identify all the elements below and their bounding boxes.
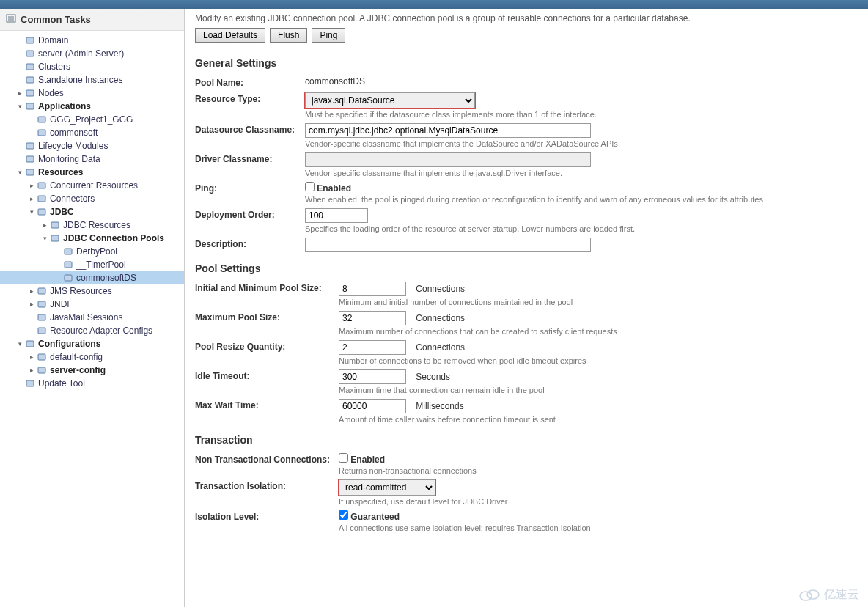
twisty-icon[interactable]: ▸ — [41, 221, 48, 229]
tree-item[interactable]: ▾JDBC — [0, 205, 184, 218]
idle-timeout-input[interactable] — [339, 369, 406, 384]
twisty-icon[interactable] — [16, 380, 23, 387]
twisty-icon[interactable]: ▸ — [28, 353, 35, 361]
tree-item[interactable]: Lifecycle Modules — [0, 139, 184, 152]
twisty-icon[interactable] — [16, 76, 23, 84]
twisty-icon[interactable] — [16, 37, 23, 44]
twisty-icon[interactable]: ▸ — [28, 287, 35, 295]
deployment-order-label: Deployment Order: — [195, 208, 305, 220]
resource-type-select[interactable]: javax.sql.DataSource — [305, 92, 475, 108]
pool-resize-qty-input[interactable] — [339, 340, 406, 355]
pool-settings-heading: Pool Settings — [195, 262, 858, 274]
ping-button[interactable]: Ping — [312, 28, 345, 43]
tree-item[interactable]: Clusters — [0, 60, 184, 73]
datasource-classname-input[interactable] — [305, 123, 591, 138]
max-pool-size-input[interactable] — [339, 311, 406, 325]
tree-item[interactable]: Update Tool — [0, 377, 184, 390]
initial-pool-size-input[interactable] — [339, 282, 406, 296]
tree-item[interactable]: ▸Nodes — [0, 87, 184, 100]
twisty-icon[interactable]: ▸ — [28, 301, 35, 308]
tree-item[interactable]: ▾Resources — [0, 166, 184, 179]
twisty-icon[interactable] — [28, 314, 35, 321]
tree-item[interactable]: ▸JDBC Resources — [0, 218, 184, 232]
tree-item[interactable]: ▸Connectors — [0, 192, 184, 205]
tree-item[interactable]: ▸JMS Resources — [0, 284, 184, 298]
tree-item[interactable]: Standalone Instances — [0, 73, 184, 87]
tree-item[interactable]: server (Admin Server) — [0, 47, 184, 60]
tree-item[interactable]: __TimerPool — [0, 258, 184, 271]
svg-rect-8 — [26, 90, 34, 96]
twisty-icon[interactable]: ▾ — [16, 169, 23, 176]
tree-item[interactable]: commonsoft — [0, 126, 184, 139]
page-description: Modify an existing JDBC connection pool.… — [195, 13, 858, 23]
tree-item[interactable]: ▸server-config — [0, 364, 184, 377]
idle-timeout-unit: Seconds — [416, 372, 450, 382]
twisty-icon[interactable] — [54, 248, 62, 255]
description-input[interactable] — [305, 238, 591, 252]
isolation-guaranteed-checkbox[interactable] — [339, 510, 348, 520]
node-icon — [25, 101, 35, 111]
svg-rect-29 — [38, 367, 45, 373]
non-tx-enabled-checkbox[interactable] — [339, 453, 348, 463]
max-wait-time-label: Max Wait Time: — [195, 399, 339, 411]
twisty-icon[interactable]: ▸ — [16, 89, 23, 97]
twisty-icon[interactable] — [16, 142, 23, 150]
tree-item[interactable]: ▸Concurrent Resources — [0, 179, 184, 192]
ping-label: Ping: — [195, 182, 305, 194]
svg-rect-17 — [38, 209, 45, 215]
max-wait-time-input[interactable] — [339, 399, 406, 413]
twisty-icon[interactable] — [16, 50, 23, 57]
tree-item[interactable]: GGG_Project1_GGG — [0, 113, 184, 126]
isolation-level-help: All connections use same isolation level… — [339, 523, 858, 532]
tree-item[interactable]: commonsoftDS — [0, 271, 184, 284]
node-icon — [37, 365, 47, 375]
tree-item[interactable]: ▸JNDI — [0, 298, 184, 311]
pool-resize-qty-help: Number of connections to be removed when… — [339, 356, 858, 365]
tree-item-label: JDBC Resources — [63, 220, 130, 230]
twisty-icon[interactable]: ▸ — [28, 195, 35, 202]
non-tx-enabled-label: Enabled — [350, 455, 385, 465]
tree-item[interactable]: Domain — [0, 34, 184, 47]
ping-enabled-label: Enabled — [317, 183, 351, 194]
twisty-icon[interactable] — [28, 327, 35, 334]
tree-item-label: Nodes — [38, 88, 64, 98]
twisty-icon[interactable]: ▾ — [41, 235, 48, 242]
deployment-order-input[interactable] — [305, 208, 368, 223]
svg-rect-12 — [26, 143, 34, 149]
ping-enabled-checkbox-wrapper[interactable]: Enabled — [305, 183, 351, 194]
twisty-icon[interactable] — [54, 261, 62, 268]
ping-enabled-checkbox[interactable] — [305, 182, 315, 191]
twisty-icon[interactable]: ▸ — [28, 182, 35, 189]
tree-item-label: Applications — [38, 101, 91, 111]
tree-item[interactable]: JavaMail Sessions — [0, 311, 184, 324]
isolation-guaranteed-wrapper[interactable]: Guaranteed — [339, 512, 400, 522]
load-defaults-button[interactable]: Load Defaults — [195, 28, 265, 43]
tree-item[interactable]: ▾Configurations — [0, 337, 184, 350]
tx-isolation-select[interactable]: read-committed — [339, 479, 435, 496]
driver-classname-input — [305, 152, 591, 167]
tree-item[interactable]: Resource Adapter Configs — [0, 324, 184, 337]
ping-help: When enabled, the pool is pinged during … — [305, 195, 858, 204]
twisty-icon[interactable] — [28, 129, 35, 136]
twisty-icon[interactable] — [16, 63, 23, 70]
tree-item[interactable]: ▸default-config — [0, 350, 184, 364]
twisty-icon[interactable] — [28, 116, 35, 123]
twisty-icon[interactable] — [16, 155, 23, 163]
twisty-icon[interactable] — [54, 274, 62, 282]
node-icon — [37, 299, 47, 309]
flush-button[interactable]: Flush — [270, 28, 307, 43]
twisty-icon[interactable]: ▾ — [16, 103, 23, 110]
non-tx-enabled-wrapper[interactable]: Enabled — [339, 455, 385, 465]
twisty-icon[interactable]: ▸ — [28, 367, 35, 374]
svg-rect-9 — [26, 103, 34, 109]
twisty-icon[interactable]: ▾ — [28, 208, 35, 216]
tree-item[interactable]: DerbyPool — [0, 245, 184, 258]
tree-item[interactable]: ▾JDBC Connection Pools — [0, 232, 184, 245]
twisty-icon[interactable]: ▾ — [16, 340, 23, 347]
tree-item[interactable]: ▾Applications — [0, 100, 184, 113]
deployment-order-help: Specifies the loading order of the resou… — [305, 224, 858, 233]
max-pool-size-help: Maximum number of connections that can b… — [339, 327, 858, 336]
tree-item[interactable]: Monitoring Data — [0, 152, 184, 166]
driver-classname-label: Driver Classname: — [195, 152, 305, 164]
initial-pool-size-label: Initial and Minimum Pool Size: — [195, 282, 339, 293]
